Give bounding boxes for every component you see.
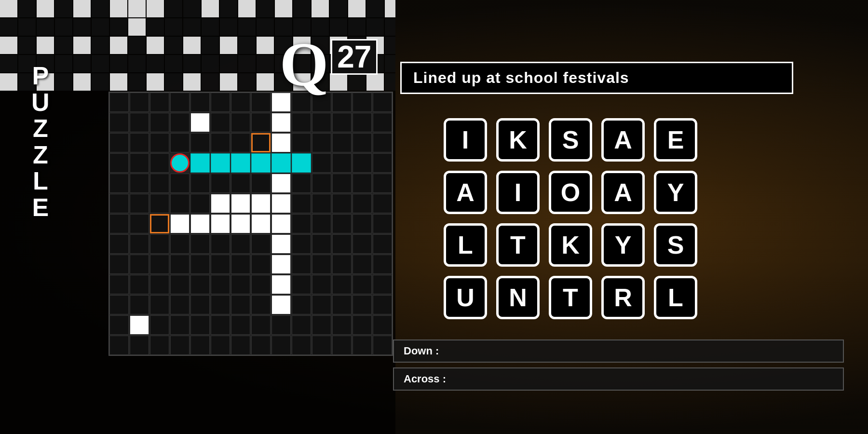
grid-cell[interactable] bbox=[211, 336, 230, 355]
grid-cell[interactable] bbox=[211, 295, 230, 314]
grid-cell[interactable] bbox=[150, 315, 169, 335]
grid-cell[interactable] bbox=[150, 234, 169, 254]
grid-cell[interactable] bbox=[130, 255, 149, 274]
grid-cell[interactable] bbox=[251, 214, 271, 233]
letter-tile-3-1[interactable]: N bbox=[496, 276, 540, 319]
grid-cell[interactable] bbox=[190, 174, 210, 193]
grid-cell[interactable] bbox=[170, 93, 190, 112]
grid-cell[interactable] bbox=[353, 255, 372, 274]
letter-tile-1-0[interactable]: A bbox=[444, 171, 487, 214]
grid-cell[interactable] bbox=[271, 315, 291, 335]
grid-cell[interactable] bbox=[109, 194, 129, 213]
grid-cell[interactable] bbox=[292, 255, 311, 274]
grid-cell[interactable] bbox=[353, 336, 372, 355]
grid-cell[interactable] bbox=[332, 275, 352, 294]
grid-cell[interactable] bbox=[373, 113, 392, 132]
grid-cell[interactable] bbox=[373, 153, 392, 173]
grid-cell[interactable] bbox=[170, 234, 190, 254]
grid-cell[interactable] bbox=[353, 153, 372, 173]
grid-cell[interactable] bbox=[332, 255, 352, 274]
grid-cell[interactable] bbox=[211, 234, 230, 254]
grid-cell[interactable] bbox=[130, 133, 149, 152]
grid-cell[interactable] bbox=[292, 315, 311, 335]
grid-cell[interactable] bbox=[353, 113, 372, 132]
grid-cell[interactable] bbox=[170, 194, 190, 213]
grid-cell[interactable] bbox=[251, 113, 271, 132]
grid-cell[interactable] bbox=[312, 133, 331, 152]
letter-tile-0-0[interactable]: I bbox=[444, 118, 487, 162]
grid-cell[interactable] bbox=[130, 234, 149, 254]
letter-tile-1-3[interactable]: A bbox=[601, 171, 645, 214]
grid-cell[interactable] bbox=[231, 336, 250, 355]
grid-cell[interactable] bbox=[332, 93, 352, 112]
letter-tile-2-3[interactable]: Y bbox=[601, 223, 645, 267]
grid-cell[interactable] bbox=[130, 214, 149, 233]
letter-tile-1-2[interactable]: O bbox=[549, 171, 592, 214]
grid-cell[interactable] bbox=[190, 275, 210, 294]
grid-cell[interactable] bbox=[109, 275, 129, 294]
grid-cell[interactable] bbox=[271, 234, 291, 254]
grid-cell[interactable] bbox=[271, 133, 291, 152]
grid-cell[interactable] bbox=[373, 194, 392, 213]
grid-cell[interactable] bbox=[312, 153, 331, 173]
grid-cell[interactable] bbox=[332, 153, 352, 173]
grid-cell[interactable] bbox=[231, 234, 250, 254]
grid-cell[interactable] bbox=[190, 194, 210, 213]
grid-cell[interactable] bbox=[150, 275, 169, 294]
grid-cell[interactable] bbox=[231, 174, 250, 193]
grid-cell[interactable] bbox=[353, 174, 372, 193]
grid-cell[interactable] bbox=[130, 153, 149, 173]
grid-cell[interactable] bbox=[312, 336, 331, 355]
grid-cell[interactable] bbox=[150, 133, 169, 152]
grid-cell[interactable] bbox=[292, 174, 311, 193]
grid-cell[interactable] bbox=[170, 336, 190, 355]
grid-cell[interactable] bbox=[170, 174, 190, 193]
grid-cell[interactable] bbox=[271, 214, 291, 233]
grid-cell[interactable] bbox=[170, 113, 190, 132]
grid-cell[interactable] bbox=[231, 275, 250, 294]
grid-cell[interactable] bbox=[231, 295, 250, 314]
letter-tile-3-2[interactable]: T bbox=[549, 276, 592, 319]
grid-cell[interactable] bbox=[109, 153, 129, 173]
grid-cell[interactable] bbox=[150, 214, 169, 233]
grid-cell[interactable] bbox=[150, 295, 169, 314]
grid-cell[interactable] bbox=[271, 153, 291, 173]
grid-cell[interactable] bbox=[353, 315, 372, 335]
grid-cell[interactable] bbox=[353, 234, 372, 254]
letter-tile-0-4[interactable]: E bbox=[654, 118, 697, 162]
grid-cell[interactable] bbox=[312, 275, 331, 294]
grid-cell[interactable] bbox=[292, 275, 311, 294]
letter-tile-3-4[interactable]: L bbox=[654, 276, 697, 319]
grid-cell[interactable] bbox=[109, 214, 129, 233]
grid-cell[interactable] bbox=[292, 133, 311, 152]
grid-cell[interactable] bbox=[373, 93, 392, 112]
grid-cell[interactable] bbox=[150, 113, 169, 132]
grid-cell[interactable] bbox=[170, 214, 190, 233]
grid-cell[interactable] bbox=[292, 113, 311, 132]
letter-tile-1-4[interactable]: Y bbox=[654, 171, 697, 214]
grid-cell[interactable] bbox=[312, 295, 331, 314]
letter-tile-3-3[interactable]: R bbox=[601, 276, 645, 319]
grid-cell[interactable] bbox=[211, 275, 230, 294]
grid-cell[interactable] bbox=[312, 255, 331, 274]
grid-cell[interactable] bbox=[332, 214, 352, 233]
grid-cell[interactable] bbox=[130, 295, 149, 314]
grid-cell[interactable] bbox=[130, 336, 149, 355]
grid-cell[interactable] bbox=[292, 336, 311, 355]
grid-cell[interactable] bbox=[150, 336, 169, 355]
grid-cell[interactable] bbox=[170, 153, 190, 173]
grid-cell[interactable] bbox=[332, 133, 352, 152]
grid-cell[interactable] bbox=[312, 315, 331, 335]
grid-cell[interactable] bbox=[231, 153, 250, 173]
grid-cell[interactable] bbox=[332, 295, 352, 314]
grid-cell[interactable] bbox=[251, 174, 271, 193]
grid-cell[interactable] bbox=[170, 275, 190, 294]
grid-cell[interactable] bbox=[231, 194, 250, 213]
grid-cell[interactable] bbox=[251, 275, 271, 294]
grid-cell[interactable] bbox=[271, 295, 291, 314]
grid-cell[interactable] bbox=[190, 214, 210, 233]
grid-cell[interactable] bbox=[211, 113, 230, 132]
grid-cell[interactable] bbox=[231, 133, 250, 152]
grid-cell[interactable] bbox=[312, 234, 331, 254]
grid-cell[interactable] bbox=[271, 275, 291, 294]
